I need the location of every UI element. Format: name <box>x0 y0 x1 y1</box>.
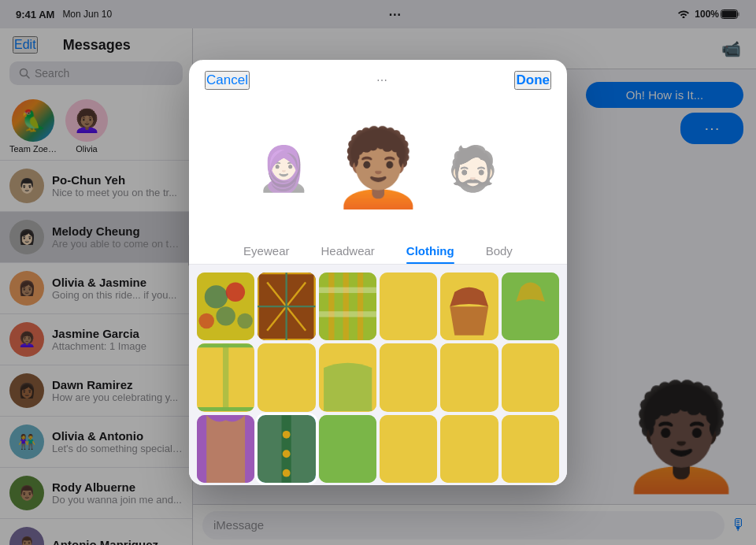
clothing-item-15[interactable] <box>319 415 376 483</box>
svg-point-35 <box>283 469 291 476</box>
svg-point-10 <box>237 313 253 329</box>
svg-point-33 <box>283 430 291 438</box>
svg-rect-16 <box>319 287 376 293</box>
memoji-editor-modal: Cancel ⋯ Done 🧕🏻 🧑🏽‍🦱 🧔🏻 Eyewear Headwea… <box>189 60 567 485</box>
clothing-item-6[interactable] <box>502 272 559 340</box>
svg-point-34 <box>283 450 291 458</box>
preview-center: 🧑🏽‍🦱 <box>323 106 433 232</box>
svg-point-8 <box>216 306 235 325</box>
svg-rect-25 <box>258 344 315 412</box>
svg-rect-13 <box>328 272 334 340</box>
tab-body[interactable]: Body <box>470 238 528 264</box>
tab-headwear[interactable]: Headwear <box>305 238 390 264</box>
memoji-preview-area: 🧕🏻 🧑🏽‍🦱 🧔🏻 <box>189 98 567 238</box>
svg-rect-39 <box>502 415 559 483</box>
clothing-item-14[interactable] <box>258 415 315 483</box>
modal-overlay: Cancel ⋯ Done 🧕🏻 🧑🏽‍🦱 🧔🏻 Eyewear Headwea… <box>0 0 756 545</box>
svg-point-7 <box>226 283 245 302</box>
clothing-item-17[interactable] <box>440 415 498 483</box>
svg-point-9 <box>198 313 214 329</box>
cancel-button[interactable]: Cancel <box>205 71 250 90</box>
category-tabs: Eyewear Headwear Clothing Body <box>189 238 567 265</box>
svg-point-6 <box>205 285 228 308</box>
clothing-item-9[interactable] <box>319 343 376 411</box>
preview-right: 🧔🏻 <box>441 129 504 208</box>
clothing-item-16[interactable] <box>380 415 437 483</box>
svg-rect-24 <box>223 344 228 412</box>
clothing-item-18[interactable] <box>502 415 559 483</box>
clothing-item-10[interactable] <box>380 343 437 411</box>
svg-rect-38 <box>440 415 498 483</box>
clothing-item-8[interactable] <box>258 343 315 411</box>
svg-rect-15 <box>358 272 363 340</box>
svg-rect-27 <box>380 344 437 412</box>
clothing-item-1[interactable] <box>197 272 254 340</box>
clothing-grid <box>189 265 567 485</box>
clothing-item-12[interactable] <box>502 343 559 411</box>
svg-rect-36 <box>319 415 376 483</box>
svg-rect-17 <box>319 311 376 317</box>
svg-rect-18 <box>380 272 437 340</box>
modal-header: Cancel ⋯ Done <box>189 60 567 98</box>
clothing-item-3[interactable] <box>319 272 376 340</box>
done-button[interactable]: Done <box>514 71 551 90</box>
clothing-item-11[interactable] <box>440 343 498 411</box>
preview-left: 🧕🏻 <box>252 129 315 208</box>
tab-eyewear[interactable]: Eyewear <box>228 238 305 264</box>
svg-rect-29 <box>502 344 559 412</box>
clothing-item-5[interactable] <box>440 272 498 340</box>
svg-rect-14 <box>343 272 348 340</box>
svg-rect-28 <box>440 344 498 412</box>
svg-rect-37 <box>380 415 437 483</box>
clothing-item-2[interactable] <box>258 272 315 340</box>
tab-clothing[interactable]: Clothing <box>391 238 470 264</box>
clothing-item-13[interactable] <box>197 415 254 483</box>
clothing-item-4[interactable] <box>380 272 437 340</box>
clothing-item-7[interactable] <box>197 343 254 411</box>
